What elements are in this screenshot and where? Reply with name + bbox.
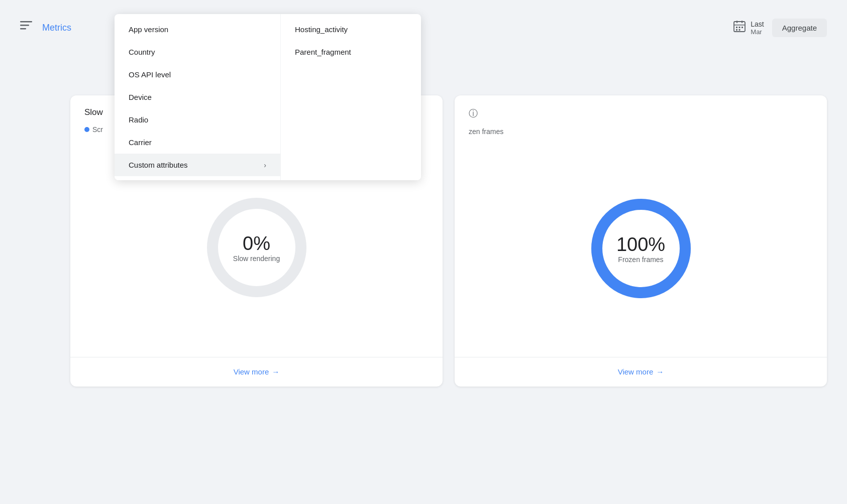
svg-rect-8 [739,27,740,28]
dropdown-item-country[interactable]: Country [115,41,280,63]
dropdown-item-hosting-activity[interactable]: Hosting_activity [281,18,421,41]
card-subtitle-text: Scr [92,125,103,134]
svg-rect-9 [742,27,743,28]
svg-rect-1 [20,25,29,26]
frozen-percent: 100% [616,233,665,255]
view-more-slow-label: View more [234,367,269,376]
view-more-frozen-label: View more [618,367,654,376]
filter-icon[interactable] [20,21,32,34]
view-more-frozen-button[interactable]: View more → [618,367,664,376]
date-line2: Mar [751,28,764,36]
card-title-slow: Slow [84,107,103,117]
frozen-label: Frozen frames [616,255,665,263]
frozen-frames-card: ⓘ zen frames 100% Frozen frames Vie [455,95,827,387]
svg-rect-11 [739,29,740,31]
dropdown-item-radio-label: Radio [129,115,148,124]
card-chart-frozen: 100% Frozen frames [455,140,827,357]
svg-rect-7 [736,27,737,28]
header-right: Last Mar Aggregate [732,19,827,37]
card-subtitle-frozen: zen frames [455,128,827,140]
frozen-donut: 100% Frozen frames [586,193,696,304]
dropdown-item-country-label: Country [129,48,155,56]
dropdown-menu: App version Country OS API level Device … [115,14,421,180]
svg-rect-6 [734,25,745,26]
dropdown-item-carrier[interactable]: Carrier [115,131,280,154]
svg-rect-2 [20,28,26,30]
chevron-right-icon: › [264,161,266,169]
card-footer-slow: View more → [70,357,443,387]
card-footer-frozen: View more → [455,357,827,387]
slow-label: Slow rendering [233,254,280,262]
arrow-right-icon: → [272,367,279,376]
dot-blue-icon [84,127,89,132]
svg-rect-10 [736,29,737,31]
arrow-right-frozen-icon: → [656,367,664,376]
aggregate-button[interactable]: Aggregate [772,19,827,37]
dropdown-item-custom-attributes[interactable]: Custom attributes › [115,154,280,176]
frozen-donut-center: 100% Frozen frames [616,233,665,263]
dropdown-item-radio[interactable]: Radio [115,108,280,131]
dropdown-item-hosting-activity-label: Hosting_activity [295,25,348,34]
dropdown-item-device[interactable]: Device [115,86,280,108]
slow-donut: 0% Slow rendering [201,192,312,303]
card-header-frozen: ⓘ [455,95,827,128]
dropdown-item-carrier-label: Carrier [129,138,152,147]
svg-rect-4 [736,21,737,23]
svg-rect-5 [742,21,743,23]
dropdown-item-parent-fragment-label: Parent_fragment [295,48,351,56]
dropdown-item-app-version-label: App version [129,25,168,34]
dropdown-item-custom-attributes-label: Custom attributes [129,161,188,169]
date-line1: Last [751,20,764,28]
slow-donut-center: 0% Slow rendering [233,232,280,262]
dropdown-item-os-api-level[interactable]: OS API level [115,63,280,86]
header-left: Metrics [20,21,71,34]
card-subtitle-frozen-text: zen frames [469,128,503,136]
dropdown-item-parent-fragment[interactable]: Parent_fragment [281,41,421,63]
date-text: Last Mar [751,20,764,36]
dropdown-item-device-label: Device [129,93,152,101]
metrics-label: Metrics [42,23,71,33]
svg-rect-0 [20,21,32,23]
dropdown-item-os-api-level-label: OS API level [129,70,171,79]
dropdown-item-app-version[interactable]: App version [115,18,280,41]
calendar-icon [732,19,747,37]
dropdown-right-panel: Hosting_activity Parent_fragment [280,14,421,180]
info-icon: ⓘ [469,107,478,119]
view-more-slow-button[interactable]: View more → [234,367,280,376]
calendar-area: Last Mar [732,19,764,37]
slow-percent: 0% [233,232,280,254]
dropdown-left-panel: App version Country OS API level Device … [115,14,280,180]
